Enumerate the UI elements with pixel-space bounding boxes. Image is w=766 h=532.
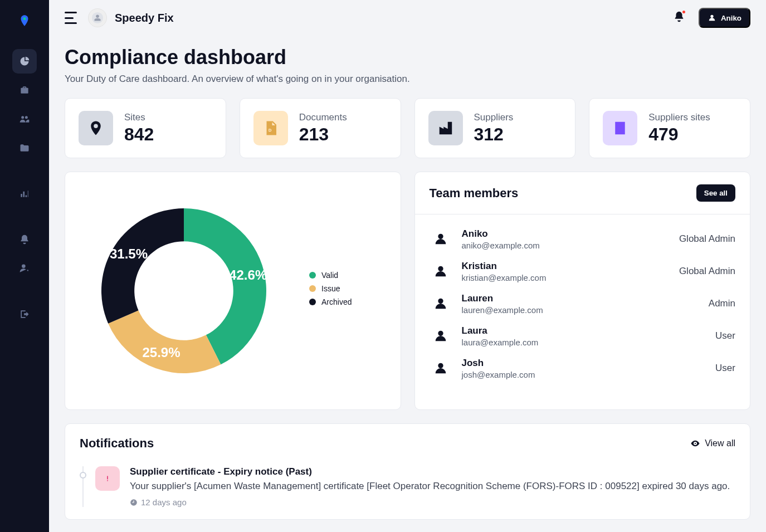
compliance-donut-chart: 42.6%25.9%31.5% ValidIssueArchived [65,172,401,410]
view-all-label: View all [705,438,735,448]
team-see-all-button[interactable]: See all [696,184,735,202]
svg-point-0 [23,17,26,20]
team-member-name: Josh [462,358,535,369]
team-member-role: Global Admin [679,266,735,277]
legend-label: Archived [321,297,352,306]
team-member-email: josh@example.com [462,370,535,379]
user-icon [708,13,716,22]
nav-dashboard[interactable] [12,49,37,74]
stat-value: 312 [474,124,514,145]
notification-item[interactable]: Supplier certificate - Expiry notice (Pa… [95,466,735,507]
legend-swatch [309,285,316,292]
timeline-dot [80,472,86,479]
team-member-email: laura@example.com [462,338,539,347]
nav-briefcase[interactable] [12,78,37,103]
legend-item[interactable]: Archived [309,297,352,306]
page-title: Compliance dashboard [65,46,750,69]
donut-segment-label: 42.6% [229,267,267,282]
avatar-icon [430,325,452,347]
team-members-card: Team members See all Anikoaniko@example.… [414,172,751,410]
user-menu-label: Aniko [721,14,741,22]
donut-segment[interactable] [101,208,184,324]
notification-title: Supplier certificate - Expiry notice (Pa… [130,466,730,477]
clock-icon [130,499,138,506]
org-logo [88,8,107,27]
team-member-email: aniko@example.com [462,241,540,250]
stat-label: Suppliers sites [648,112,710,123]
stat-card[interactable]: Suppliers sites479 [589,98,750,158]
notification-dot [681,9,686,14]
donut-segment-label: 25.9% [142,345,180,360]
stat-card[interactable]: Suppliers312 [414,98,576,158]
topbar: Speedy Fix Aniko [49,0,766,36]
donut-segment-label: 31.5% [110,246,148,261]
team-member-role: Admin [709,298,735,309]
team-member-row[interactable]: Joshjosh@example.comUser [430,357,736,379]
pin-icon [79,111,113,145]
stat-value: 213 [299,124,347,145]
team-member-email: lauren@example.com [462,305,543,315]
file-pdf-icon [253,111,288,145]
eye-icon [690,438,700,448]
legend-item[interactable]: Valid [309,271,352,280]
team-member-row[interactable]: Kristiankristian@example.comGlobal Admin [430,260,736,282]
sidebar [0,0,49,532]
legend-label: Valid [321,271,338,280]
team-member-row[interactable]: Laurenlauren@example.comAdmin [430,292,736,315]
legend-swatch [309,272,316,279]
avatar-icon [430,260,452,282]
team-member-name: Kristian [462,261,547,272]
notifications-card: Notifications View all Supplier certific… [65,423,750,520]
menu-toggle-icon[interactable] [65,12,80,24]
org-name: Speedy Fix [115,12,174,25]
nav-notifications[interactable] [12,227,37,252]
team-member-name: Lauren [462,293,543,304]
user-menu-button[interactable]: Aniko [699,8,750,28]
team-member-role: User [715,363,735,374]
stat-value: 479 [648,124,710,145]
team-member-row[interactable]: Lauralaura@example.comUser [430,325,736,347]
stat-label: Documents [299,112,347,123]
stat-label: Suppliers [474,112,514,123]
nav-folder[interactable] [12,136,37,160]
team-member-role: User [715,330,735,341]
page-subtitle: Your Duty of Care dashboard. An overview… [65,74,750,85]
avatar-icon [430,292,452,315]
team-member-name: Laura [462,325,539,336]
stat-card[interactable]: Documents213 [240,98,401,158]
legend-swatch [309,299,316,305]
nav-users[interactable] [12,107,37,131]
donut-chart-svg: 42.6%25.9%31.5% [81,188,287,394]
brand-logo[interactable] [13,10,36,32]
avatar-icon [430,357,452,379]
notifications-view-all-button[interactable]: View all [690,438,735,448]
donut-segment[interactable] [108,310,221,373]
legend-item[interactable]: Issue [309,284,352,293]
alert-icon [95,466,120,491]
legend-label: Issue [321,284,340,293]
notifications-title: Notifications [80,436,154,451]
stat-card[interactable]: Sites842 [65,98,226,158]
svg-point-2 [96,15,99,18]
notifications-bell-icon[interactable] [673,11,685,25]
avatar-icon [430,228,452,250]
notification-body: Your supplier's [Acumen Waste Management… [130,481,730,492]
notification-time: 12 days ago [130,497,730,507]
stat-value: 842 [124,124,154,145]
nav-reports[interactable] [12,182,37,206]
notification-time-text: 12 days ago [141,497,187,507]
nav-user-settings[interactable] [12,256,37,281]
team-member-role: Global Admin [679,233,735,245]
industry-icon [428,111,463,145]
nav-logout[interactable] [12,302,37,326]
team-member-email: kristian@example.com [462,273,547,282]
team-member-row[interactable]: Anikoaniko@example.comGlobal Admin [430,228,736,250]
stats-row: Sites842Documents213Suppliers312Supplier… [65,98,750,158]
team-member-name: Aniko [462,228,540,240]
chart-legend: ValidIssueArchived [309,271,352,311]
team-title: Team members [430,186,519,201]
stat-label: Sites [124,112,154,123]
building-icon [603,111,637,145]
